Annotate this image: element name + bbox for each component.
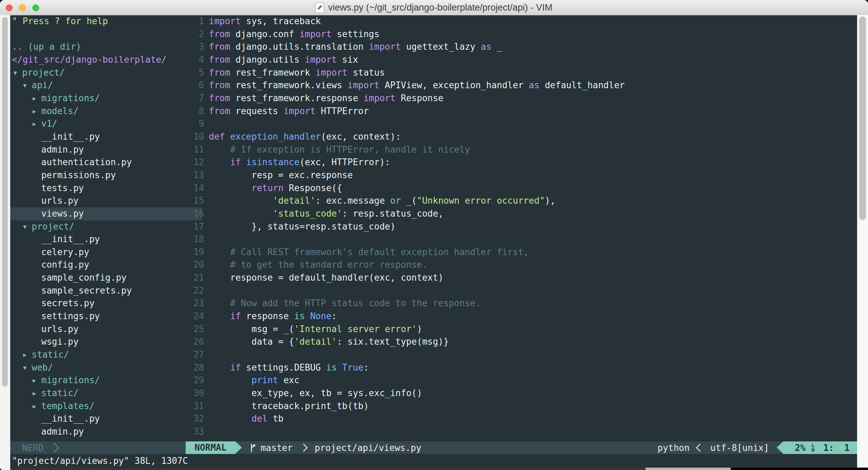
tree-item[interactable]: admin.py	[10, 425, 186, 438]
code-line[interactable]: 15 'detail': exc.message or _("Unknown e…	[186, 194, 857, 207]
code-line[interactable]: 4from django.utils import six	[186, 53, 857, 66]
code-line[interactable]: 22	[186, 284, 857, 297]
indent-spacer	[32, 271, 41, 284]
line-number: 29	[186, 374, 209, 387]
left-scrollbar-thumb[interactable]	[2, 17, 8, 387]
code-line[interactable]: 25 msg = _('Internal server error')	[186, 323, 857, 336]
code-line[interactable]: 30 ex_type, ex, tb = sys.exc_info()	[186, 387, 857, 400]
close-button[interactable]	[6, 4, 13, 11]
minimize-button[interactable]	[19, 4, 26, 11]
code-line[interactable]: 28 if settings.DEBUG is True:	[186, 361, 857, 374]
tree-item[interactable]: </git_src/django-boilerplate/	[10, 53, 186, 66]
code-line[interactable]: 6from rest_framework.views import APIVie…	[186, 79, 857, 92]
left-scrollbar-track[interactable]	[0, 15, 10, 470]
code-line[interactable]: 17 }, status=resp.status_code)	[186, 220, 857, 233]
right-scrollbar-thumb[interactable]	[859, 16, 866, 220]
tree-item[interactable]: .. (up a dir)	[10, 41, 186, 53]
chevron-expanded-icon: ▾	[13, 66, 22, 79]
code-line[interactable]: 16 'status_code': resp.status_code,	[186, 207, 857, 220]
cursor-column: 1	[844, 443, 850, 453]
tree-item[interactable]: urls.py	[10, 194, 186, 207]
line-number: 26	[186, 335, 209, 348]
code-line[interactable]: 23 # Now add the HTTP status code to the…	[186, 297, 857, 310]
code-line[interactable]: 12 if isinstance(exc, HTTPError):	[186, 156, 857, 169]
code-line[interactable]: 33	[186, 425, 857, 438]
chevron-left-icon	[696, 443, 704, 452]
code-line[interactable]: 7from rest_framework.response import Res…	[186, 92, 857, 105]
code-text: response = default_handler(exc, context)	[209, 271, 444, 284]
line-number: 33	[186, 425, 209, 438]
tree-item[interactable]: ▸static/	[10, 387, 186, 400]
code-line[interactable]: 11 # If exception is HTTPError, handle i…	[186, 143, 857, 156]
tree-item[interactable]: settings.py	[10, 310, 186, 323]
code-line[interactable]: 9	[186, 118, 857, 130]
code-line[interactable]: 8from requests import HTTPError	[186, 105, 857, 118]
code-line[interactable]: 1import sys, traceback	[186, 15, 857, 28]
code-text: from rest_framework.views import APIView…	[209, 79, 625, 92]
indent-spacer	[32, 233, 41, 246]
code-line[interactable]: 20 # to get the standard error response.	[186, 258, 857, 271]
code-line[interactable]: 32 del tb	[186, 412, 857, 425]
tree-item[interactable]: ▸v1/	[10, 118, 186, 130]
tree-item[interactable]: __init__.py	[10, 412, 186, 425]
tree-item[interactable]: celery.py	[10, 246, 186, 259]
zoom-button[interactable]	[32, 4, 39, 11]
code-line[interactable]: 2from django.conf import settings	[186, 28, 857, 41]
code-line[interactable]: 27	[186, 348, 857, 361]
tree-item[interactable]: ▾api/	[10, 79, 186, 92]
code-line[interactable]: 24 if response is None:	[186, 310, 857, 323]
code-text: if response is None:	[209, 310, 337, 323]
tree-item[interactable]: ▸migrations/	[10, 374, 186, 387]
tree-item[interactable]: ▸models/	[10, 105, 186, 118]
code-line[interactable]: 3from django.utils.translation import ug…	[186, 41, 857, 53]
nerdtree-help-text: " Press ? for help	[10, 15, 186, 28]
right-scrollbar-track[interactable]	[857, 15, 868, 470]
editor-buffer[interactable]: 1import sys, traceback2from django.conf …	[186, 15, 857, 438]
code-line[interactable]: 21 response = default_handler(exc, conte…	[186, 271, 857, 284]
code-line[interactable]: 18	[186, 233, 857, 246]
tree-item[interactable]: ▾project/	[10, 220, 186, 233]
tree-item[interactable]: config.py	[10, 258, 186, 271]
indent-spacer	[32, 310, 41, 323]
code-line[interactable]: 31 traceback.print_tb(tb)	[186, 400, 857, 413]
tree-item[interactable]: authentication.py	[10, 156, 186, 169]
tree-item[interactable]: ▸static/	[10, 348, 186, 361]
code-line[interactable]: 19 # Call REST framework's default excep…	[186, 246, 857, 259]
indent-spacer	[32, 194, 41, 207]
tree-item-label: models/	[41, 106, 79, 116]
tree-item[interactable]: permissions.py	[10, 169, 186, 182]
tree-item[interactable]: secrets.py	[10, 297, 186, 310]
code-line[interactable]: 26 data = {'detail': six.text_type(msg)}	[186, 335, 857, 348]
tree-item[interactable]: ▾web/	[10, 361, 186, 374]
tree-item[interactable]: wsgi.py	[10, 335, 186, 348]
tree-item[interactable]: ▾project/	[10, 66, 186, 79]
tree-item[interactable]: ▸templates/	[10, 400, 186, 413]
code-line[interactable]: 5from rest_framework import status	[186, 66, 857, 79]
tree-item-label: __init__.py	[41, 131, 100, 142]
code-text: }, status=resp.status_code)	[209, 220, 396, 233]
tree-item-label: static/	[41, 388, 79, 398]
git-branch-segment: master project/api/views.py	[249, 443, 421, 453]
chevron-collapsed-icon: ▸	[32, 118, 41, 130]
tree-item[interactable]: urls.py	[10, 323, 186, 336]
chevron-collapsed-icon: ▸	[32, 92, 41, 105]
tree-item[interactable]: __init__.py	[10, 130, 186, 143]
tree-item[interactable]: sample_config.py	[10, 271, 186, 284]
code-text: print exc	[209, 374, 299, 387]
tree-item[interactable]: __init__.py	[10, 233, 186, 246]
tree-item[interactable]: ▸migrations/	[10, 92, 186, 105]
indent-spacer	[32, 130, 41, 143]
code-line[interactable]: 13 resp = exc.response	[186, 169, 857, 182]
code-text: 'detail': exc.message or _("Unknown erro…	[209, 194, 556, 207]
code-line[interactable]: 29 print exc	[186, 374, 857, 387]
tree-item[interactable]: sample_secrets.py	[10, 284, 186, 297]
tree-item[interactable]: admin.py	[10, 143, 186, 156]
tree-item[interactable]: tests.py	[10, 182, 186, 195]
code-line[interactable]: 10def exception_handler(exc, context):	[186, 130, 857, 143]
filetype-label: python	[657, 443, 689, 453]
file-path: project/api/views.py	[315, 443, 421, 453]
code-line[interactable]: 14 return Response({	[186, 182, 857, 195]
tree-item[interactable]: views.py	[10, 207, 202, 220]
indent-spacer	[32, 323, 41, 336]
indent-spacer	[32, 246, 41, 259]
